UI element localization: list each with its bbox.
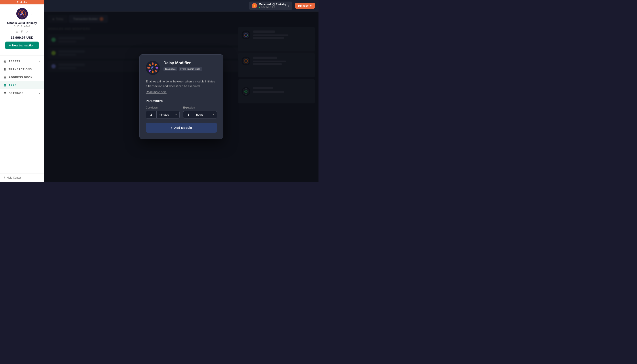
svg-point-8 — [254, 5, 255, 7]
expiration-unit-select[interactable]: hours ▼ — [194, 111, 217, 118]
modal-badges: Stackable From Gnosis Guild — [163, 67, 217, 71]
modal-header: Delay Modifier Stackable From Gnosis Gui… — [146, 61, 217, 75]
svg-point-25 — [155, 67, 159, 69]
safe-name: Gnosis Guild Rinkeby — [7, 21, 37, 24]
svg-point-4 — [23, 14, 24, 16]
svg-point-34 — [152, 66, 153, 66]
safe-address: 0x1017...AAa9 — [14, 25, 30, 28]
chevron-down-icon: ▼ — [175, 114, 177, 116]
chevron-down-icon: ∨ — [39, 60, 41, 63]
delay-modifier-icon — [146, 61, 160, 75]
sidebar-item-address-book[interactable]: ☰ Address Book — [0, 73, 44, 81]
svg-point-29 — [147, 67, 150, 69]
cooldown-value[interactable]: 3 — [146, 111, 156, 118]
settings-icon: ⚙ — [4, 92, 7, 95]
chevron-down-icon: ∨ — [39, 92, 41, 95]
sidebar-item-label: Settings — [9, 92, 24, 95]
svg-point-37 — [152, 70, 153, 70]
sidebar-item-transactions[interactable]: ⇅ Transactions — [0, 66, 44, 73]
svg-point-35 — [154, 67, 155, 68]
expiration-value[interactable]: 1 — [183, 111, 194, 118]
sidebar-item-label: Transactions — [9, 68, 32, 71]
expiration-param: Expiration 1 hours ▼ — [183, 106, 217, 118]
new-transaction-button[interactable]: ↗ New transaction — [5, 42, 39, 49]
safe-avatar — [16, 8, 28, 20]
wallet-chevron-icon: ∨ — [288, 4, 290, 7]
network-button[interactable]: Rinkeby ∨ — [295, 3, 315, 8]
help-icon: ? — [4, 176, 5, 179]
svg-point-38 — [151, 68, 152, 69]
assets-icon: ◎ — [4, 60, 7, 63]
params-grid: Cooldown 3 minutes ▼ Expiration 1 — [146, 106, 217, 118]
sidebar-item-apps[interactable]: ⊞ Apps — [0, 81, 44, 89]
sidebar: Rinkeby › Gnosis Guild Rinkeby 0x1017...… — [0, 0, 44, 182]
help-center-link[interactable]: ? Help Center — [0, 173, 44, 182]
main-content: Metamask @ Rinkeby 0x5Ebd...18d3 ∨ Rinke… — [44, 0, 318, 182]
modal-title: Delay Modifier — [163, 61, 217, 66]
cooldown-label: Cooldown — [146, 106, 180, 109]
expiration-input-row: 1 hours ▼ — [183, 111, 217, 118]
sidebar-item-label: Assets — [9, 60, 20, 63]
nav-section: ◎ Assets ∨ ⇅ Transactions ☰ Address Book… — [0, 56, 44, 173]
arrow-up-icon: ↑ — [171, 126, 172, 130]
sidebar-item-label: Apps — [9, 84, 17, 87]
modal-title-area: Delay Modifier Stackable From Gnosis Gui… — [163, 61, 217, 71]
sidebar-item-settings[interactable]: ⚙ Settings ∨ — [0, 89, 44, 97]
read-more-link[interactable]: Read more here — [146, 90, 167, 94]
transactions-icon: ⇅ — [4, 68, 7, 71]
svg-point-36 — [154, 68, 155, 69]
wallet-name: Metamask @ Rinkeby — [259, 3, 286, 6]
svg-point-39 — [151, 67, 152, 68]
apps-icon: ⊞ — [4, 84, 7, 87]
svg-point-33 — [152, 68, 153, 68]
add-module-button[interactable]: ↑ Add Module — [146, 123, 217, 132]
svg-point-23 — [152, 62, 154, 66]
content-area: ◂ Today Transaction Builder 1 Modules an… — [44, 12, 318, 182]
online-indicator — [259, 7, 260, 8]
cooldown-param: Cooldown 3 minutes ▼ — [146, 106, 180, 118]
chevron-down-icon: ▼ — [212, 114, 215, 116]
svg-point-3 — [20, 14, 22, 16]
safe-info: › Gnosis Guild Rinkeby 0x1017...AAa9 ⊞ ⎘… — [0, 4, 44, 56]
wallet-details: Metamask @ Rinkeby 0x5Ebd...18d3 — [259, 3, 286, 8]
svg-point-27 — [152, 70, 154, 74]
modal-overlay: Delay Modifier Stackable From Gnosis Gui… — [44, 12, 318, 182]
modal-description: Enables a time delay between when a modu… — [146, 79, 217, 88]
expiration-unit: hours — [196, 113, 211, 116]
expiration-label: Expiration — [183, 106, 217, 109]
delay-modifier-modal: Delay Modifier Stackable From Gnosis Gui… — [139, 54, 223, 139]
safe-balance: 15,999.97 USD — [11, 36, 33, 39]
params-title: Parameters — [146, 99, 217, 102]
address-book-icon: ☰ — [4, 76, 7, 79]
cooldown-input-row: 3 minutes ▼ — [146, 111, 180, 118]
wallet-avatar — [252, 3, 257, 8]
gnosis-guild-badge: From Gnosis Guild — [179, 67, 202, 71]
network-chevron-icon: ∨ — [310, 4, 312, 7]
safe-action-icons: ⊞ ⎘ ↗ — [16, 30, 28, 33]
safe-expand-icon[interactable]: › — [32, 13, 32, 16]
cooldown-unit: minutes — [159, 113, 174, 116]
sidebar-item-label: Address Book — [9, 76, 33, 79]
wallet-info[interactable]: Metamask @ Rinkeby 0x5Ebd...18d3 ∨ — [249, 2, 292, 10]
copy-icon[interactable]: ⎘ — [21, 30, 23, 33]
stackable-badge: Stackable — [163, 67, 177, 71]
sidebar-item-assets[interactable]: ◎ Assets ∨ — [0, 58, 44, 66]
network-banner: Rinkeby — [0, 0, 44, 4]
cooldown-unit-select[interactable]: minutes ▼ — [156, 111, 180, 118]
svg-point-5 — [22, 13, 23, 14]
qr-icon[interactable]: ⊞ — [16, 30, 19, 33]
external-link-icon[interactable]: ↗ — [26, 30, 28, 33]
arrow-up-icon: ↗ — [9, 44, 11, 47]
topbar: Metamask @ Rinkeby 0x5Ebd...18d3 ∨ Rinke… — [44, 0, 318, 12]
wallet-address: 0x5Ebd...18d3 — [259, 6, 286, 8]
